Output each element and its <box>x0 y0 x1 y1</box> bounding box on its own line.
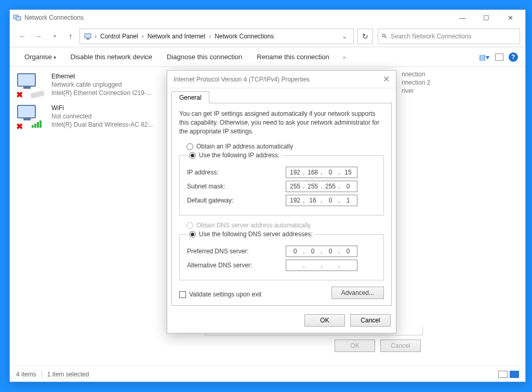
pc-icon <box>84 32 92 40</box>
svg-rect-1 <box>16 17 21 20</box>
breadcrumb-item[interactable]: Network Connections <box>212 33 276 40</box>
window-title: Network Connections <box>24 14 84 21</box>
command-bar: Organise Disable this network device Dia… <box>10 47 525 67</box>
checkbox-label: Validate settings upon exit <box>189 291 261 298</box>
chevron-right-icon: › <box>208 33 212 40</box>
maximize-button[interactable]: ☐ <box>474 10 498 25</box>
underlying-ok-button[interactable]: OK <box>335 340 375 352</box>
adapter-item-wifi[interactable]: ✖ WiFi Not connected Intel(R) Dual Band … <box>17 104 173 129</box>
minimize-button[interactable]: — <box>450 10 474 25</box>
back-button[interactable]: ← <box>15 29 30 44</box>
breadcrumb[interactable]: › Control Panel › Network and Internet ›… <box>79 29 354 44</box>
radio-use-dns[interactable]: Use the following DNS server addresses: <box>189 231 313 238</box>
ip-address-input[interactable]: 192. 168. 0. 15 <box>286 167 357 178</box>
alt-dns-label: Alternative DNS server: <box>187 262 286 269</box>
error-x-icon: ✖ <box>16 121 24 130</box>
subnet-mask-input[interactable]: 255. 255. 255. 0 <box>286 181 357 192</box>
subnet-mask-label: Subnet mask: <box>187 183 286 190</box>
ethernet-icon: ✖ <box>17 72 46 95</box>
default-gateway-label: Default gateway: <box>187 197 286 204</box>
forward-button[interactable]: → <box>31 29 46 44</box>
address-bar: ← → ▾ ↑ › Control Panel › Network and In… <box>10 25 525 47</box>
tab-general[interactable]: General <box>171 91 209 103</box>
radio-icon <box>189 231 196 238</box>
advanced-button[interactable]: Advanced... <box>331 287 384 299</box>
large-icons-view-button[interactable] <box>510 371 519 378</box>
default-gateway-input[interactable]: 192. 16. 0. 1 <box>286 195 357 206</box>
breadcrumb-item[interactable]: Control Panel <box>98 33 141 40</box>
view-options-button[interactable]: ▤▾ <box>478 51 490 63</box>
dialog-titlebar[interactable]: Internet Protocol Version 4 (TCP/IPv4) P… <box>167 71 396 88</box>
chevron-right-icon: › <box>94 33 98 40</box>
dialog-title: Internet Protocol Version 4 (TCP/IPv4) P… <box>174 76 310 83</box>
radio-label: Obtain DNS server address automatically <box>196 222 311 229</box>
radio-icon <box>187 143 193 150</box>
chevron-right-icon: › <box>141 33 145 40</box>
organise-menu[interactable]: Organise <box>17 50 63 63</box>
validate-checkbox[interactable]: Validate settings upon exit <box>179 291 261 298</box>
disable-device-button[interactable]: Disable this network device <box>63 50 160 63</box>
preferred-dns-input[interactable]: 0. 0. 0. 0 <box>286 246 357 257</box>
help-icon[interactable]: ? <box>509 52 518 62</box>
status-selected-count: 1 item selected <box>47 371 89 378</box>
titlebar[interactable]: Network Connections — ☐ ✕ <box>10 10 525 25</box>
preview-pane-button[interactable] <box>495 53 503 61</box>
search-input[interactable]: 🔍︎ Search Network Connections <box>378 29 520 44</box>
svg-rect-2 <box>85 34 91 38</box>
refresh-button[interactable]: ↻ <box>357 29 373 44</box>
dialog-description: You can get IP settings assigned automat… <box>179 110 384 136</box>
adapter-item-partial: nnection nnection 2 river <box>402 70 516 96</box>
network-connections-icon <box>13 13 21 22</box>
search-placeholder: Search Network Connections <box>391 33 471 40</box>
radio-label: Obtain an IP address automatically <box>196 143 293 150</box>
radio-label: Use the following IP address: <box>199 152 280 159</box>
error-x-icon: ✖ <box>16 90 24 98</box>
ipv4-properties-dialog: Internet Protocol Version 4 (TCP/IPv4) P… <box>167 70 396 333</box>
preferred-dns-label: Preferred DNS server: <box>187 248 286 255</box>
overflow-chevron-icon[interactable]: » <box>340 54 349 60</box>
radio-use-ip[interactable]: Use the following IP address: <box>189 152 280 159</box>
radio-obtain-ip-auto[interactable]: Obtain an IP address automatically <box>187 143 384 150</box>
adapter-name: WiFi <box>51 104 153 112</box>
ip-address-label: IP address: <box>187 169 286 176</box>
ok-button[interactable]: OK <box>304 314 345 327</box>
cancel-button[interactable]: Cancel <box>350 314 391 327</box>
up-button[interactable]: ↑ <box>63 29 78 44</box>
radio-label: Use the following DNS server addresses: <box>199 231 313 238</box>
partial-text: river <box>402 87 430 95</box>
adapter-status: Not connected <box>51 112 153 120</box>
recent-locations-button[interactable]: ▾ <box>47 29 62 44</box>
status-bar: 4 items 1 item selected <box>10 366 525 382</box>
radio-icon <box>189 152 196 159</box>
checkbox-icon <box>179 291 186 298</box>
breadcrumb-item[interactable]: Network and Internet <box>145 33 208 40</box>
chevron-down-icon[interactable]: ⌄ <box>338 33 351 40</box>
underlying-cancel-button[interactable]: Cancel <box>380 340 421 352</box>
partial-text: nnection 2 <box>402 78 430 87</box>
adapter-item-ethernet[interactable]: ✖ Ethernet Network cable unplugged Intel… <box>17 72 173 98</box>
rename-button[interactable]: Rename this connection <box>249 50 336 63</box>
adapter-device: Intel(R) Dual Band Wireless-AC 82... <box>51 120 153 129</box>
radio-icon <box>187 222 193 229</box>
radio-obtain-dns-auto: Obtain DNS server address automatically <box>187 222 384 229</box>
partial-text: nnection <box>402 70 430 78</box>
wifi-icon: ✖ <box>17 104 46 127</box>
diagnose-button[interactable]: Diagnose this connection <box>159 50 249 63</box>
svg-rect-3 <box>86 38 89 39</box>
alt-dns-input[interactable]: . . . <box>286 260 357 271</box>
dialog-close-button[interactable]: ✕ <box>383 74 390 84</box>
adapter-status: Network cable unplugged <box>51 80 152 89</box>
search-icon: 🔍︎ <box>381 33 388 40</box>
details-view-button[interactable] <box>498 371 508 378</box>
adapter-device: Intel(R) Ethernet Connection I219-... <box>51 89 152 97</box>
status-item-count: 4 items <box>16 371 36 378</box>
close-button[interactable]: ✕ <box>498 10 522 25</box>
adapter-name: Ethernet <box>51 72 152 80</box>
